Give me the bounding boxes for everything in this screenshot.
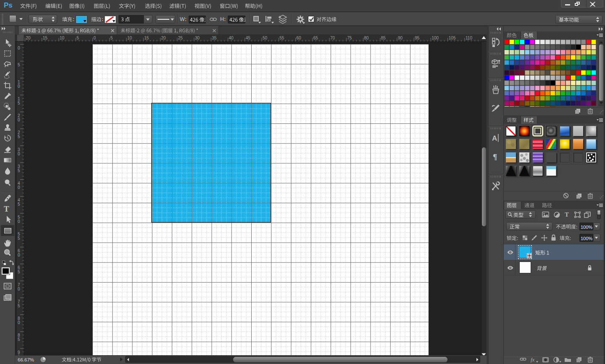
svg-text:5: 5 <box>18 134 20 139</box>
svg-text:0: 0 <box>18 185 20 190</box>
svg-text:5: 5 <box>18 236 20 241</box>
svg-text:¶: ¶ <box>493 152 497 161</box>
svg-text:0: 0 <box>18 219 20 224</box>
svg-text:0: 0 <box>18 320 20 325</box>
svg-text:0: 0 <box>18 152 20 156</box>
svg-text:0: 0 <box>18 287 20 291</box>
svg-text:5: 5 <box>18 304 20 308</box>
svg-text:5: 5 <box>18 202 20 207</box>
svg-text:5: 5 <box>18 168 20 173</box>
svg-text:5: 5 <box>18 270 20 274</box>
svg-text:A: A <box>492 134 497 142</box>
svg-text:0: 0 <box>18 253 20 257</box>
svg-text:5: 5 <box>18 337 20 342</box>
